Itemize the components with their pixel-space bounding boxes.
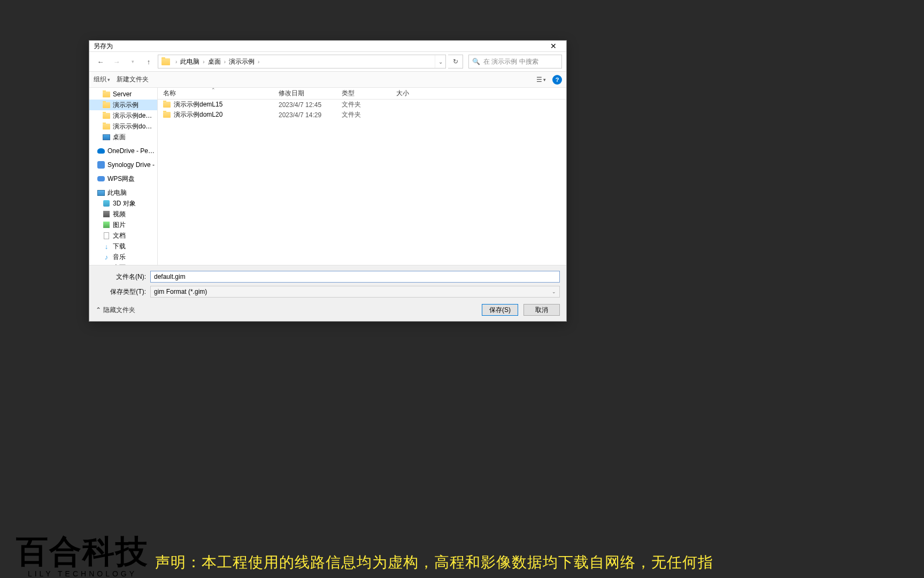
tree-label: 此电脑 (107, 188, 127, 197)
new-folder-button[interactable]: 新建文件夹 (117, 75, 149, 84)
pc-icon (97, 188, 105, 197)
tree-label: 文档 (113, 231, 126, 240)
file-type: 文件夹 (336, 110, 391, 119)
folder-icon (160, 56, 171, 67)
address-dropdown[interactable]: ⌄ (435, 55, 445, 68)
toolbar: 组织 ▾ 新建文件夹 ☰ ▾ ? (89, 72, 566, 88)
chevron-right-icon[interactable]: › (201, 59, 206, 65)
tree-label: 演示示例 (113, 101, 138, 110)
video-icon (102, 210, 111, 218)
breadcrumb: › 此电脑 › 桌面 › 演示示例 › (173, 57, 435, 66)
tree-item[interactable]: ♪音乐 (89, 252, 157, 262)
tree-label: 3D 对象 (113, 199, 136, 208)
breadcrumb-item[interactable]: 此电脑 (179, 57, 201, 66)
3d-icon (102, 199, 111, 208)
onedrive-icon (97, 147, 105, 155)
tree-label: 下载 (113, 242, 126, 251)
col-type[interactable]: 类型 (336, 89, 391, 98)
filename-label: 文件名(N): (96, 272, 146, 282)
tree-label: 桌面 (113, 133, 126, 142)
desktop-icon (102, 133, 111, 141)
tree-label: 视频 (113, 210, 126, 219)
tree-item[interactable]: 文档 (89, 230, 157, 241)
tree-label: Synology Drive - (107, 161, 155, 169)
tree-label: OneDrive - Personal (107, 147, 155, 155)
chevron-right-icon[interactable]: › (222, 59, 228, 65)
help-button[interactable]: ? (552, 75, 562, 85)
view-options[interactable]: ☰ ▾ (534, 75, 548, 85)
music-icon: ♪ (102, 253, 111, 261)
breadcrumb-item[interactable]: 桌面 (207, 57, 222, 66)
tree-label: 图片 (113, 220, 126, 230)
column-headers: 名称 修改日期 类型 大小 (158, 88, 566, 100)
filename-input[interactable] (150, 271, 560, 283)
synology-icon (97, 161, 105, 169)
file-date: 2023/4/7 14:29 (273, 111, 336, 119)
download-icon: ↓ (102, 242, 111, 250)
search-placeholder: 在 演示示例 中搜索 (483, 57, 538, 66)
footer: ⌃ 隐藏文件夹 保存(S) 取消 (89, 302, 566, 321)
organize-menu[interactable]: 组织 ▾ (94, 75, 110, 84)
hide-folders-toggle[interactable]: ⌃ 隐藏文件夹 (96, 306, 135, 315)
dialog-title: 另存为 (94, 42, 113, 51)
content-area: Server演示示例演示示例demL15演示示例domL20桌面OneDrive… (89, 88, 566, 265)
file-row[interactable]: 演示示例domL202023/4/7 14:29文件夹 (158, 110, 566, 120)
tree-label: 演示示例demL15 (113, 111, 155, 120)
tree-item[interactable]: 3D 对象 (89, 198, 157, 209)
tree-item[interactable]: OneDrive - Personal (89, 146, 157, 156)
form-area: 文件名(N): 保存类型(T): gim Format (*.gim) ⌄ (89, 265, 566, 302)
folder-icon (102, 122, 111, 131)
file-row[interactable]: 演示示例demL152023/4/7 12:45文件夹 (158, 100, 566, 110)
sidebar: Server演示示例演示示例demL15演示示例domL20桌面OneDrive… (89, 88, 158, 265)
subtitle-text: 声明：本工程使用的线路信息均为虚构，高程和影像数据均下载自网络，无任何指 (155, 552, 924, 573)
watermark-logo: 百合科技 LILY TECHNOLOGY (16, 534, 149, 578)
watermark-en: LILY TECHNOLOGY (28, 569, 137, 578)
folder-icon (102, 111, 111, 120)
wps-icon (97, 174, 105, 183)
filetype-select[interactable]: gim Format (*.gim) ⌄ (150, 286, 560, 298)
tree-item[interactable]: 桌面 (89, 132, 157, 142)
folder-icon (102, 101, 111, 109)
tree-item[interactable]: 此电脑 (89, 187, 157, 198)
tree-label: WPS网盘 (107, 174, 135, 184)
tree-item[interactable]: ↓下载 (89, 241, 157, 252)
tree-item[interactable]: Server (89, 89, 157, 100)
tree-item[interactable]: 演示示例 (89, 100, 157, 110)
file-type: 文件夹 (336, 100, 391, 109)
close-button[interactable]: ✕ (543, 41, 564, 51)
chevron-right-icon[interactable]: › (173, 59, 179, 65)
col-size[interactable]: 大小 (391, 89, 434, 98)
file-list: ⌃ 名称 修改日期 类型 大小 演示示例demL152023/4/7 12:45… (158, 88, 566, 265)
file-date: 2023/4/7 12:45 (273, 101, 336, 109)
tree-item[interactable]: Synology Drive - (89, 159, 157, 170)
back-button[interactable]: ← (94, 55, 107, 69)
up-button[interactable]: ↑ (142, 55, 156, 69)
file-name: 演示示例demL15 (174, 100, 222, 109)
tree-item[interactable]: 图片 (89, 219, 157, 230)
cancel-button[interactable]: 取消 (523, 304, 560, 316)
folder-icon (102, 90, 111, 98)
save-button[interactable]: 保存(S) (482, 304, 518, 316)
tree-item[interactable]: 演示示例domL20 (89, 121, 157, 132)
file-name: 演示示例domL20 (174, 110, 222, 119)
col-date[interactable]: 修改日期 (273, 89, 336, 98)
breadcrumb-item[interactable]: 演示示例 (228, 57, 256, 66)
filetype-label: 保存类型(T): (96, 287, 146, 296)
search-icon: 🔍 (472, 58, 480, 65)
tree-item[interactable]: 视频 (89, 209, 157, 219)
recent-dropdown[interactable]: ▾ (126, 55, 140, 69)
save-as-dialog: 另存为 ✕ ← → ▾ ↑ › 此电脑 › 桌面 › 演示示例 › ⌄ ↻ 🔍 … (89, 40, 567, 322)
navbar: ← → ▾ ↑ › 此电脑 › 桌面 › 演示示例 › ⌄ ↻ 🔍 在 演示示例… (89, 52, 566, 72)
col-name[interactable]: 名称 (158, 89, 273, 98)
search-box[interactable]: 🔍 在 演示示例 中搜索 (468, 55, 562, 69)
titlebar: 另存为 ✕ (89, 41, 566, 52)
folder-icon (163, 102, 171, 108)
address-bar[interactable]: › 此电脑 › 桌面 › 演示示例 › ⌄ (158, 55, 446, 69)
doc-icon (102, 231, 111, 240)
chevron-right-icon[interactable]: › (256, 59, 261, 65)
tree-item[interactable]: 演示示例demL15 (89, 110, 157, 121)
tree-item[interactable]: WPS网盘 (89, 173, 157, 184)
tree-label: 音乐 (113, 253, 126, 262)
forward-button[interactable]: → (110, 55, 124, 69)
refresh-button[interactable]: ↻ (448, 55, 463, 69)
